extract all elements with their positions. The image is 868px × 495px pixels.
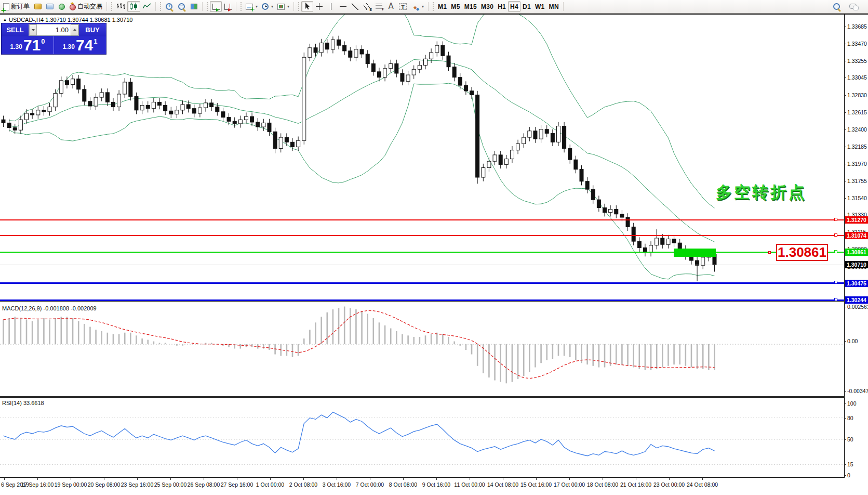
volume-input[interactable]: [37, 24, 71, 35]
time-tick-label[interactable]: 9 Oct 16:00: [422, 481, 450, 488]
cursor-button[interactable]: [301, 1, 313, 12]
gold-chart-icon: [34, 4, 42, 9]
symbol-info: ▲USDCAD-,H4 1.30710 1.30744 1.30681 1.30…: [3, 17, 132, 23]
buy-button[interactable]: BUY: [79, 23, 106, 36]
time-tick: [337, 478, 337, 480]
time-tick-label[interactable]: 2 Oct 08:00: [289, 481, 317, 488]
tf-mn[interactable]: MN: [547, 1, 561, 12]
chart-shift-button[interactable]: [222, 1, 234, 12]
time-tick-label[interactable]: 27 Sep 16:00: [221, 481, 253, 488]
time-tick-label[interactable]: 20 Sep 08:00: [88, 481, 120, 488]
time-tick-label[interactable]: 25 Sep 00:00: [154, 481, 186, 488]
template-button[interactable]: [275, 1, 291, 12]
crosshair-button[interactable]: [313, 1, 325, 12]
candle: [13, 128, 17, 131]
horizontal-level-line[interactable]: [0, 219, 844, 220]
channel-button[interactable]: [361, 1, 373, 12]
horizontal-level-line[interactable]: [0, 235, 844, 236]
tf-h1[interactable]: H1: [496, 1, 508, 12]
bollinger-lower-band: [9, 83, 715, 279]
zoom-in-button[interactable]: +: [163, 1, 176, 12]
tf-m5[interactable]: M5: [449, 1, 462, 12]
sell-price[interactable]: 1.30 71 0: [2, 36, 54, 54]
candle: [395, 64, 398, 74]
buy-price[interactable]: 1.30 74 1: [54, 36, 106, 54]
current-price-line: [0, 265, 844, 265]
search-button[interactable]: [831, 1, 843, 12]
line-chart-button[interactable]: [140, 1, 153, 12]
time-tick-label[interactable]: 14 Oct 08:00: [487, 481, 518, 488]
period-selector-button[interactable]: [260, 1, 275, 12]
sell-button[interactable]: SELL: [2, 23, 29, 36]
volume-decrease-button[interactable]: [29, 24, 37, 35]
arrows-button[interactable]: [409, 1, 426, 12]
time-tick-label[interactable]: 11 Oct 00:00: [454, 481, 485, 488]
price-axis[interactable]: 1.336851.334701.332551.330451.328301.326…: [844, 15, 868, 478]
time-tick-label[interactable]: 1 Oct 00:00: [256, 481, 284, 488]
time-tick-label[interactable]: 23 Sep 16:00: [121, 481, 153, 488]
new-chart-button[interactable]: [244, 1, 260, 12]
trendline-button[interactable]: [349, 1, 361, 12]
vertical-line-button[interactable]: [325, 1, 337, 12]
chart-window-button[interactable]: [32, 1, 44, 12]
time-tick: [403, 478, 404, 480]
time-tick: [569, 478, 570, 480]
zoom-out-button[interactable]: −: [176, 1, 188, 12]
tf-m1[interactable]: M1: [436, 1, 449, 12]
candle: [452, 67, 456, 77]
collapse-triangle-icon[interactable]: ▲: [3, 18, 7, 21]
time-tick-label[interactable]: 15 Oct 16:00: [520, 481, 552, 488]
toolbar-grip: [160, 2, 161, 11]
rsi-title: RSI(14) 33.6618: [2, 400, 44, 406]
candle: [158, 102, 162, 105]
time-tick-label[interactable]: 24 Oct 08:00: [687, 481, 718, 488]
data-window-button[interactable]: [44, 1, 56, 12]
trade-top-row: SELL BUY: [2, 23, 106, 36]
time-tick-label[interactable]: 17 Sep 16:00: [21, 481, 54, 488]
time-tick-label[interactable]: 18 Oct 08:00: [587, 481, 618, 488]
candle: [273, 132, 277, 148]
macd-panel[interactable]: MACD(12,26,9) -0.001808 -0.002009: [0, 303, 844, 398]
volume-increase-button[interactable]: [71, 24, 78, 35]
main-chart-panel[interactable]: 1.30861 多空转折点 ▲USDCAD-,H4 1.30710 1.3074…: [0, 15, 844, 302]
navigator-button[interactable]: [56, 1, 68, 12]
time-tick-label[interactable]: 26 Sep 08:00: [188, 481, 220, 488]
horizontal-level-line[interactable]: [0, 282, 844, 284]
time-tick: [436, 478, 437, 480]
bars-chart-button[interactable]: [114, 1, 127, 12]
tf-w1[interactable]: W1: [533, 1, 547, 12]
tf-m30[interactable]: M30: [479, 1, 496, 12]
candle: [256, 122, 260, 127]
candle: [585, 181, 589, 189]
fibonacci-button[interactable]: [373, 1, 385, 12]
time-tick-label[interactable]: 7 Oct 00:00: [356, 481, 384, 488]
tf-m15[interactable]: M15: [462, 1, 479, 12]
current-price-label: 1.30710: [845, 261, 868, 268]
text-button[interactable]: [385, 1, 397, 12]
candle: [71, 79, 75, 85]
time-tick-label[interactable]: 3 Oct 16:00: [323, 481, 351, 488]
horizontal-level-line[interactable]: [0, 299, 844, 301]
autotrade-button[interactable]: 自动交易: [68, 1, 104, 12]
time-tick: [104, 478, 104, 480]
time-tick-label[interactable]: 19 Sep 00:00: [55, 481, 87, 488]
feedback-button[interactable]: [847, 1, 861, 12]
time-tick: [204, 478, 204, 480]
horizontal-level-line[interactable]: [0, 252, 844, 253]
tf-d1[interactable]: D1: [520, 1, 533, 12]
time-tick-label[interactable]: 17 Oct 00:00: [554, 481, 585, 488]
rsi-panel[interactable]: RSI(14) 33.6618: [0, 398, 844, 478]
candle: [169, 111, 173, 114]
horizontal-line-button[interactable]: [337, 1, 349, 12]
price-level-label: 1.31074: [845, 232, 868, 239]
price-tick-label: 1.32400: [847, 126, 867, 133]
tf-h4[interactable]: H4: [508, 1, 520, 12]
time-tick-label[interactable]: 21 Oct 16:00: [620, 481, 651, 488]
new-order-button[interactable]: 新订单: [1, 1, 32, 12]
autoscroll-button[interactable]: [210, 1, 222, 12]
time-tick-label[interactable]: 8 Oct 08:00: [389, 481, 417, 488]
text-label-button[interactable]: [397, 1, 409, 12]
time-tick-label[interactable]: 23 Oct 00:00: [653, 481, 685, 488]
candles-chart-button[interactable]: [127, 1, 140, 12]
tile-windows-button[interactable]: [188, 1, 200, 12]
